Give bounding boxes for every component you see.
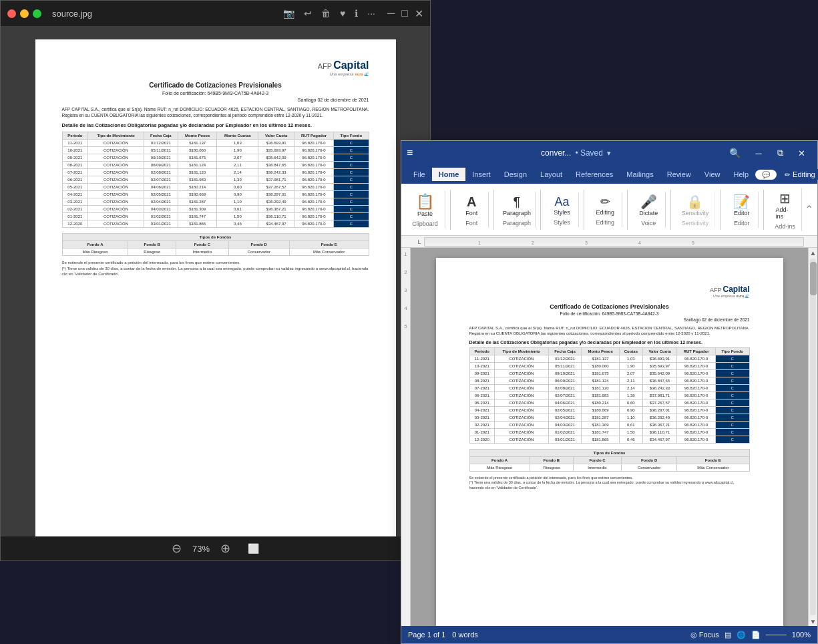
focus-button[interactable]: ◎ Focus (690, 631, 719, 639)
table-row: 01-2021COTIZACIÓN01/02/2021$181.7471,50$… (62, 213, 369, 220)
col-cuotas: Monto Cuotas (217, 132, 258, 140)
word-doc-container: 1 2 3 4 5 AFP Capital Una empresa sura 🌊… (401, 248, 817, 626)
tab-review[interactable]: Review (660, 168, 698, 181)
delete-icon[interactable]: 🗑 (321, 8, 331, 19)
layout-icon[interactable]: ▤ (725, 631, 731, 639)
rotate-icon[interactable]: ↩ (304, 8, 312, 19)
tab-references[interactable]: References (569, 168, 620, 181)
word-saved-status: • Saved (575, 148, 603, 158)
paragraph-icon: ¶ (514, 195, 521, 208)
zoom-in-button[interactable]: ⊕ (220, 541, 230, 556)
styles-items: Aa Styles (549, 194, 576, 218)
fit-icon[interactable]: ⬜ (248, 543, 259, 554)
zoom-level: 100% (792, 631, 811, 639)
sensitivity-items: 🔒 Sensitivity (678, 193, 713, 218)
scroll-thumb[interactable] (810, 262, 817, 295)
word-resize-btn[interactable]: ⧉ (769, 141, 791, 165)
dictate-button[interactable]: 🎤 Dictate (635, 193, 662, 218)
doc-body: AFP CAPITAL S.A., certifica que el Sr(a)… (62, 106, 369, 118)
styles-button[interactable]: Aa Styles (549, 194, 576, 218)
tab-insert[interactable]: Insert (465, 168, 497, 181)
editor-group-label: Editor (734, 220, 750, 226)
tab-view[interactable]: View (698, 168, 727, 181)
col-periodo: Periodo (62, 132, 88, 140)
zoom-level: 73% (192, 544, 210, 554)
tab-file[interactable]: File (407, 168, 432, 181)
reading-icon[interactable]: 📄 (751, 631, 761, 639)
scroll-track[interactable] (810, 259, 816, 615)
table-row: 11-2021COTIZACIÓN01/12/2021$181.1371,03$… (62, 140, 369, 147)
ruler-scale: 1 2 3 4 5 (424, 237, 804, 247)
vertical-scrollbar[interactable]: ▲ ▼ (808, 248, 817, 626)
zoom-bar[interactable]: ──── (766, 631, 787, 639)
scroll-down-button[interactable]: ▼ (809, 617, 817, 626)
maximize-button[interactable] (33, 9, 41, 18)
table-row: 12-2020COTIZACIÓN03/01/2021$181.8650,46$… (469, 436, 749, 443)
maximize-icon[interactable]: □ (401, 7, 408, 20)
minimize-button[interactable] (20, 9, 29, 18)
table-row: 03-2021COTIZACIÓN02/04/2021$181.2871,10$… (62, 198, 369, 206)
paste-button[interactable]: 📋 Paste (412, 192, 439, 219)
zoom-out-button[interactable]: ⊖ (172, 541, 182, 556)
editing-button[interactable]: ✏ Editing ▾ (779, 169, 818, 180)
tab-home[interactable]: Home (432, 168, 466, 181)
table-row: 08-2021COTIZACIÓN06/09/2021$181.1242,11$… (62, 162, 369, 169)
table-row: 03-2021COTIZACIÓN02/04/2021$181.2871,10$… (469, 414, 749, 421)
web-layout-icon[interactable]: 🌐 (737, 631, 746, 639)
svg-text:1: 1 (478, 240, 481, 245)
word-doc-paper: AFP Capital Una empresa sura 🌊 Certifica… (436, 258, 783, 626)
voice-group: 🎤 Dictate Voice (632, 192, 666, 228)
saved-dropdown-icon[interactable]: ▾ (607, 149, 611, 158)
table-row: 02-2021COTIZACIÓN04/03/2021$181.3090,61$… (469, 421, 749, 428)
more-icon[interactable]: ··· (367, 8, 375, 19)
word-document-area[interactable]: AFP Capital Una empresa sura 🌊 Certifica… (411, 248, 808, 626)
sensitivity-button: 🔒 Sensitivity (678, 193, 713, 218)
ribbon-tab-bar: File Home Insert Design Layout Reference… (401, 165, 817, 184)
fondos-table: Tipos de Fondos Fondo AFondo BFondo CFon… (62, 233, 369, 256)
word-body-text: AFP CAPITAL S.A., certifica que el Sr(a)… (469, 325, 750, 337)
camera-icon[interactable]: 📷 (283, 8, 294, 19)
word-doc-folio: Folio de certificación: 649B5-9MI3-CA75B… (469, 311, 750, 316)
font-label: Font (465, 210, 477, 216)
word-footer-text: Se extiende el presente certificado a pe… (469, 476, 750, 491)
col-fecha: Fecha Caja (144, 132, 178, 140)
close-icon[interactable]: ✕ (415, 7, 423, 20)
table-row: 08-2021COTIZACIÓN06/09/2021$181.1242,11$… (469, 377, 749, 384)
editor-button[interactable]: 📝 Editor (729, 193, 755, 218)
voice-items: 🎤 Dictate (635, 193, 662, 218)
editing-ribbon-icon: ✏ (600, 196, 610, 208)
word-ruler: L 1 2 3 4 5 (401, 236, 817, 248)
doc-folio: Folio de certificación: 649B5-9MI3-CA75B… (62, 91, 369, 96)
tab-mailings[interactable]: Mailings (620, 168, 660, 181)
favorite-icon[interactable]: ♥ (340, 8, 345, 19)
addins-button[interactable]: ⊞ Add-ins (772, 190, 799, 222)
word-window: ≡ conver... • Saved ▾ 🔍 ─ ⧉ ✕ File Home … (401, 140, 818, 644)
paste-label: Paste (417, 210, 433, 217)
close-button[interactable] (7, 9, 16, 18)
tab-help[interactable]: Help (727, 168, 755, 181)
tab-design[interactable]: Design (497, 168, 534, 181)
word-search-icon[interactable]: 🔍 (725, 144, 744, 162)
doc-subtitle: Detalle de las Cotizaciones Obligatorias… (62, 122, 369, 128)
info-icon[interactable]: ℹ (355, 8, 358, 19)
table-row: 10-2021COTIZACIÓN05/11/2021$180.0601,90$… (469, 362, 749, 369)
window-controls-left (7, 9, 41, 18)
styles-group-label: Styles (554, 219, 570, 226)
table-row: 06-2021COTIZACIÓN02/07/2021$181.9831,39$… (62, 176, 369, 184)
word-close-btn[interactable]: ✕ (791, 141, 812, 165)
scroll-up-button[interactable]: ▲ (809, 248, 817, 257)
tab-layout[interactable]: Layout (534, 168, 569, 181)
font-items: A Font (458, 193, 485, 218)
editing-ribbon-label: Editing (596, 209, 615, 216)
editing-items: ✏ Editing (592, 194, 618, 218)
paragraph-button[interactable]: ¶ Paragraph (499, 193, 535, 218)
word-minimize-btn[interactable]: ─ (748, 141, 769, 165)
minimize-icon[interactable]: ─ (387, 7, 395, 20)
ribbon-collapse-icon[interactable]: ⌃ (805, 203, 813, 216)
editing-ribbon-button[interactable]: ✏ Editing (592, 194, 618, 218)
fondos-title-cell: Tipos de Fondos (62, 234, 369, 241)
comment-icon: 💬 (762, 171, 770, 178)
table-row: 12-2020COTIZACIÓN03/01/2021$181.8650,46$… (62, 220, 369, 228)
font-button[interactable]: A Font (458, 193, 485, 218)
word-doc-title: Certificado de Cotizaciones Previsionale… (469, 303, 750, 310)
